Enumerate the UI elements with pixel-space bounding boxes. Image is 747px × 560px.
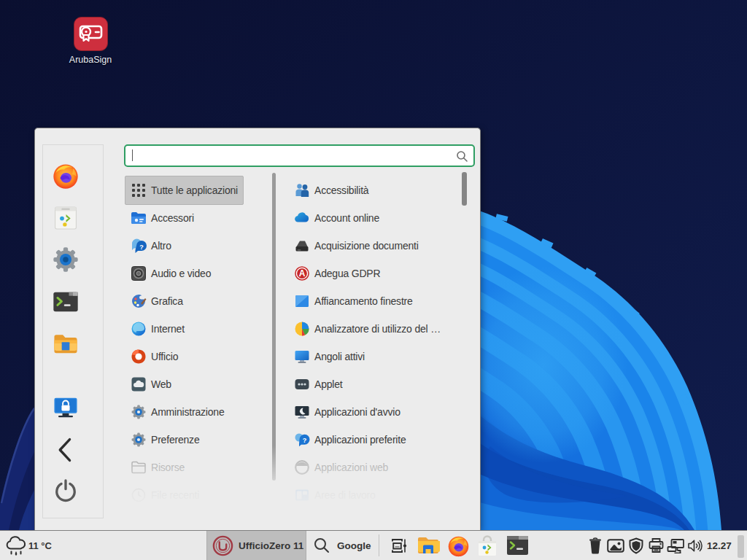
svg-text:?: ? xyxy=(303,437,307,444)
svg-text:A: A xyxy=(299,268,306,279)
svg-text:?: ? xyxy=(139,244,144,251)
